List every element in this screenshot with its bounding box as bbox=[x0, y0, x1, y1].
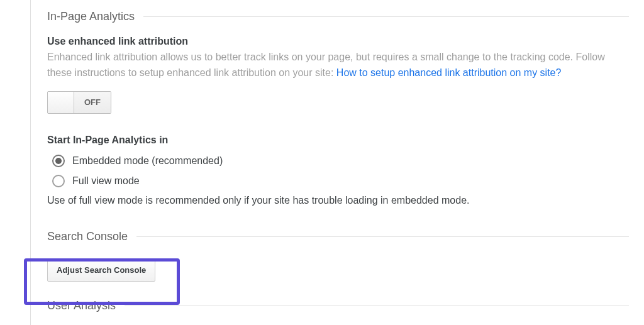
radio-full-view-mode[interactable]: Full view mode bbox=[52, 175, 629, 187]
enhanced-link-toggle[interactable]: OFF bbox=[47, 91, 111, 114]
section-in-page-analytics: In-Page Analytics Use enhanced link attr… bbox=[47, 10, 629, 206]
toggle-knob bbox=[48, 92, 74, 113]
radio-label-embedded: Embedded mode (recommended) bbox=[72, 155, 223, 167]
section-title-in-page-analytics: In-Page Analytics bbox=[47, 10, 135, 23]
section-divider bbox=[136, 236, 629, 237]
section-divider bbox=[125, 306, 629, 306]
radio-label-fullview: Full view mode bbox=[72, 175, 140, 187]
radio-icon bbox=[52, 175, 65, 187]
section-divider bbox=[143, 16, 629, 17]
section-search-console: Search Console Adjust Search Console bbox=[47, 230, 629, 282]
start-mode-hint: Use of full view mode is recommended onl… bbox=[47, 195, 629, 206]
radio-icon bbox=[52, 155, 65, 167]
setting-title-start-mode: Start In-Page Analytics in bbox=[47, 135, 629, 146]
section-title-user-analysis: User Analysis bbox=[47, 299, 116, 312]
vertical-rule bbox=[30, 0, 31, 325]
setting-desc-enhanced-link: Enhanced link attribution allows us to b… bbox=[47, 50, 629, 81]
radio-embedded-mode[interactable]: Embedded mode (recommended) bbox=[52, 155, 629, 167]
section-user-analysis: User Analysis bbox=[47, 299, 629, 312]
section-title-search-console: Search Console bbox=[47, 230, 128, 243]
adjust-search-console-button[interactable]: Adjust Search Console bbox=[47, 258, 155, 282]
toggle-state-label: OFF bbox=[74, 92, 111, 113]
setting-title-enhanced-link: Use enhanced link attribution bbox=[47, 36, 629, 47]
enhanced-link-help-link[interactable]: How to setup enhanced link attribution o… bbox=[336, 67, 562, 78]
